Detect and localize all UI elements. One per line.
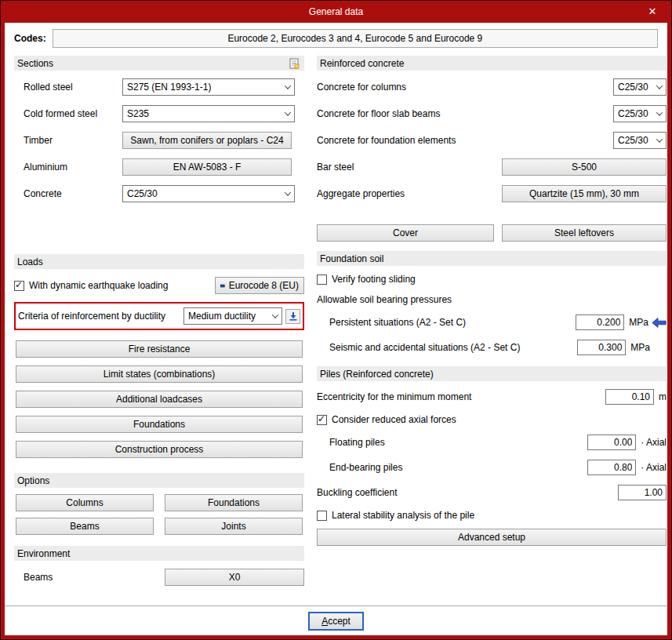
concrete-floor-slab-select[interactable]: C25/30 xyxy=(613,105,667,122)
sections-group-header: Sections xyxy=(14,56,304,71)
ductility-select[interactable]: Medium ductility xyxy=(183,307,282,325)
pressures-label: Allowable soil bearing pressures xyxy=(317,294,452,305)
cold-formed-steel-value: S235 xyxy=(127,108,149,119)
codes-value-field[interactable]: Eurocode 2, Eurocodes 3 and 4, Eurocode … xyxy=(53,29,658,48)
verify-sliding-checkbox[interactable] xyxy=(317,275,327,285)
chevron-down-icon xyxy=(656,136,663,142)
chevron-down-icon xyxy=(285,189,291,195)
reinforced-concrete-header-label: Reinforced concrete xyxy=(320,58,404,69)
buckling-label: Buckling coefficient xyxy=(317,487,618,498)
concrete-columns-select[interactable]: C25/30 xyxy=(613,78,667,96)
environment-beams-label: Beams xyxy=(24,572,165,583)
fire-resistance-button[interactable]: Fire resistance xyxy=(16,340,303,358)
aggregate-button[interactable]: Quartzite (15 mm), 30 mm xyxy=(502,185,667,202)
arrow-left-icon xyxy=(652,318,667,328)
chevron-down-icon xyxy=(272,311,278,318)
accept-button[interactable]: Accept xyxy=(309,613,363,630)
foundation-soil-group-header: Foundation soil xyxy=(317,251,667,266)
environment-header-label: Environment xyxy=(17,548,70,559)
earthquake-checkbox[interactable] xyxy=(14,281,24,291)
rolled-steel-label: Rolled steel xyxy=(24,82,122,93)
dialog-content: Codes: Eurocode 2, Eurocodes 3 and 4, Eu… xyxy=(5,23,667,635)
rolled-steel-select[interactable]: S275 (EN 1993-1-1) xyxy=(122,78,295,96)
options-group-header: Options xyxy=(14,473,304,488)
persistent-label: Persistent situations (A2 - Set C) xyxy=(329,317,576,328)
timber-label: Timber xyxy=(24,135,122,146)
options-header-label: Options xyxy=(17,475,49,486)
close-button[interactable]: ✕ xyxy=(644,5,661,19)
ductility-info-button[interactable] xyxy=(285,309,300,324)
concrete-row: Concrete C25/30 xyxy=(24,185,304,202)
concrete-foundation-row: Concrete for foundation elements C25/30 xyxy=(317,132,667,149)
buckling-input[interactable] xyxy=(618,485,667,500)
sections-codes-button[interactable] xyxy=(288,57,301,70)
construction-process-button[interactable]: Construction process xyxy=(16,441,303,458)
environment-group-header: Environment xyxy=(14,546,304,561)
titlebar[interactable]: General data ✕ xyxy=(5,1,667,23)
concrete-foundation-value: C25/30 xyxy=(618,135,648,146)
persistent-row: Persistent situations (A2 - Set C) MPa xyxy=(329,315,667,330)
eccentricity-input[interactable] xyxy=(605,389,654,405)
floating-piles-input[interactable] xyxy=(587,435,636,450)
seismic-row: Seismic and accidental situations (A2 - … xyxy=(329,340,667,355)
concrete-columns-value: C25/30 xyxy=(618,82,648,93)
lateral-stability-checkbox[interactable] xyxy=(317,511,327,521)
eccentricity-unit: m xyxy=(659,391,667,402)
floating-piles-unit: · Axial xyxy=(641,437,667,448)
earthquake-label: With dynamic earthquake loading xyxy=(29,280,168,291)
cold-formed-steel-row: Cold formed steel S235 xyxy=(24,105,304,122)
reduced-axial-label: Consider reduced axial forces xyxy=(332,414,456,425)
end-bearing-piles-input[interactable] xyxy=(587,460,636,475)
chevron-down-icon xyxy=(285,109,291,115)
eu-flag-icon xyxy=(220,282,225,290)
concrete-foundation-select[interactable]: C25/30 xyxy=(613,132,667,149)
end-bearing-piles-unit: · Axial xyxy=(641,462,667,473)
verify-sliding-row: Verify footing sliding xyxy=(317,274,667,285)
eccentricity-row: Eccentricity for the minimum moment m xyxy=(317,389,667,405)
aggregate-label: Aggregate properties xyxy=(317,188,502,199)
earthquake-row: With dynamic earthquake loading Euroco xyxy=(14,277,304,294)
timber-button[interactable]: Sawn, from conifers or poplars - C24 xyxy=(122,132,292,149)
cover-button[interactable]: Cover xyxy=(317,224,494,242)
bar-steel-button[interactable]: S-500 xyxy=(502,158,667,176)
aluminium-button[interactable]: EN AW-5083 - F xyxy=(122,158,292,176)
limit-states-button[interactable]: Limit states (combinations) xyxy=(16,365,303,383)
concrete-columns-row: Concrete for columns C25/30 xyxy=(317,78,667,96)
concrete-value: C25/30 xyxy=(127,188,158,199)
lateral-stability-label: Lateral stability analysis of the pile xyxy=(332,510,474,521)
copy-value-button[interactable] xyxy=(650,318,667,328)
buckling-row: Buckling coefficient xyxy=(317,485,667,500)
piles-group-header: Piles (Reinforced concrete) xyxy=(317,366,667,381)
dialog-footer: Accept xyxy=(5,605,667,635)
accept-label-rest: ccept xyxy=(328,616,351,627)
environment-beams-button[interactable]: X0 xyxy=(165,569,304,586)
foundations-button[interactable]: Foundations xyxy=(16,416,303,433)
loads-group-header: Loads xyxy=(14,254,304,269)
seismic-label: Seismic and accidental situations (A2 - … xyxy=(329,342,577,353)
general-data-dialog: General data ✕ Codes: Eurocode 2, Euroco… xyxy=(0,0,672,640)
spacer xyxy=(14,462,304,471)
sections-header-label: Sections xyxy=(17,58,53,69)
concrete-columns-label: Concrete for columns xyxy=(317,82,613,93)
additional-loadcases-button[interactable]: Additional loadcases xyxy=(16,391,303,408)
seismic-input[interactable] xyxy=(577,340,626,355)
chevron-down-icon xyxy=(656,109,663,115)
steel-leftovers-button[interactable]: Steel leftovers xyxy=(502,224,667,242)
options-joints-button[interactable]: Joints xyxy=(165,518,303,535)
cold-formed-steel-select[interactable]: S235 xyxy=(122,105,295,122)
reduced-axial-checkbox[interactable] xyxy=(317,415,327,425)
piles-header-label: Piles (Reinforced concrete) xyxy=(320,369,434,380)
concrete-select[interactable]: C25/30 xyxy=(122,185,295,202)
options-foundations-button[interactable]: Foundations xyxy=(165,494,303,511)
reinforced-concrete-group-header: Reinforced concrete xyxy=(317,56,667,71)
accept-mnemonic: A xyxy=(321,616,328,627)
advanced-setup-button[interactable]: Advanced setup xyxy=(317,529,667,546)
persistent-input[interactable] xyxy=(576,315,624,330)
concrete-floor-slab-label: Concrete for floor slab beams xyxy=(317,108,613,119)
options-beams-button[interactable]: Beams xyxy=(16,518,154,535)
codes-row: Codes: Eurocode 2, Eurocodes 3 and 4, Eu… xyxy=(5,23,667,51)
options-columns-button[interactable]: Columns xyxy=(16,494,154,511)
eurocode8-button[interactable]: Eurocode 8 (EU) xyxy=(215,277,304,294)
persistent-unit: MPa xyxy=(629,317,648,328)
bar-steel-row: Bar steel S-500 xyxy=(317,158,667,176)
